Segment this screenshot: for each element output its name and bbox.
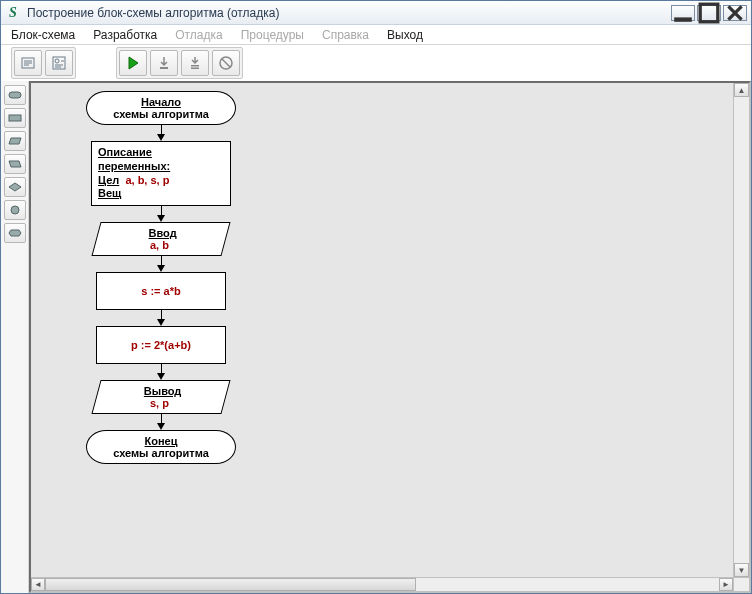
end-line2: схемы алгоритма bbox=[95, 447, 227, 459]
process2-expr: p := 2*(a+b) bbox=[131, 339, 191, 351]
stop-button[interactable] bbox=[212, 50, 240, 76]
canvas-wrap: Начало схемы алгоритма Описание переменн… bbox=[29, 81, 751, 593]
svg-rect-5 bbox=[160, 67, 168, 69]
palette-decision[interactable] bbox=[4, 177, 26, 197]
end-node[interactable]: Конец схемы алгоритма bbox=[86, 430, 236, 464]
vscroll-track[interactable] bbox=[734, 97, 749, 563]
end-line1: Конец bbox=[95, 435, 227, 447]
svg-rect-1 bbox=[700, 4, 718, 22]
palette-connector[interactable] bbox=[4, 200, 26, 220]
svg-point-4 bbox=[55, 59, 59, 63]
step-to-cursor-button[interactable] bbox=[181, 50, 209, 76]
arrow bbox=[160, 206, 162, 222]
declarations-node[interactable]: Описание переменных: Цел a, b, s, p Вещ bbox=[91, 141, 231, 206]
process-node-2[interactable]: p := 2*(a+b) bbox=[96, 326, 226, 364]
output-vars: s, p bbox=[103, 397, 215, 409]
scrollbar-corner bbox=[733, 577, 749, 591]
vertical-scrollbar[interactable]: ▲ ▼ bbox=[733, 83, 749, 577]
view-scheme-button[interactable] bbox=[45, 50, 73, 76]
palette-loop[interactable] bbox=[4, 223, 26, 243]
svg-rect-7 bbox=[191, 68, 199, 70]
scroll-down-button[interactable]: ▼ bbox=[734, 563, 749, 577]
hscroll-track[interactable] bbox=[45, 578, 719, 591]
window-title: Построение блок-схемы алгоритма (отладка… bbox=[27, 6, 665, 20]
scroll-right-button[interactable]: ► bbox=[719, 578, 733, 591]
toolbar-group-edit bbox=[11, 47, 76, 79]
palette-terminator[interactable] bbox=[4, 85, 26, 105]
svg-point-11 bbox=[11, 206, 19, 214]
output-title: Вывод bbox=[107, 385, 219, 397]
arrow bbox=[160, 125, 162, 141]
shape-palette bbox=[1, 81, 29, 593]
close-button[interactable] bbox=[723, 5, 747, 21]
input-node[interactable]: Ввод a, b bbox=[91, 222, 230, 256]
window-buttons bbox=[671, 5, 747, 21]
scroll-up-button[interactable]: ▲ bbox=[734, 83, 749, 97]
svg-rect-9 bbox=[9, 92, 21, 98]
flowchart-canvas[interactable]: Начало схемы алгоритма Описание переменн… bbox=[31, 83, 733, 577]
arrow bbox=[160, 256, 162, 272]
minimize-button[interactable] bbox=[671, 5, 695, 21]
horizontal-scrollbar[interactable]: ◄ ► bbox=[31, 577, 733, 591]
decl-int-label: Цел bbox=[98, 174, 119, 186]
svg-rect-0 bbox=[674, 17, 692, 21]
scroll-left-button[interactable]: ◄ bbox=[31, 578, 45, 591]
process1-expr: s := a*b bbox=[141, 285, 180, 297]
palette-process[interactable] bbox=[4, 108, 26, 128]
hscroll-thumb[interactable] bbox=[45, 578, 416, 591]
run-button[interactable] bbox=[119, 50, 147, 76]
app-icon: S bbox=[5, 5, 21, 21]
decl-real-label: Вещ bbox=[98, 187, 121, 199]
arrow bbox=[160, 364, 162, 380]
menu-debug: Отладка bbox=[175, 28, 222, 42]
svg-rect-10 bbox=[9, 115, 21, 121]
menu-development[interactable]: Разработка bbox=[93, 28, 157, 42]
step-into-button[interactable] bbox=[150, 50, 178, 76]
decl-header: Описание переменных: bbox=[98, 146, 224, 174]
content-area: Начало схемы алгоритма Описание переменн… bbox=[1, 81, 751, 593]
start-line1: Начало bbox=[95, 96, 227, 108]
menu-exit[interactable]: Выход bbox=[387, 28, 423, 42]
svg-rect-6 bbox=[191, 65, 199, 67]
palette-io[interactable] bbox=[4, 131, 26, 151]
toolbar bbox=[1, 45, 751, 81]
arrow bbox=[160, 414, 162, 430]
menu-help: Справка bbox=[322, 28, 369, 42]
maximize-button[interactable] bbox=[697, 5, 721, 21]
decl-int-vars: a, b, s, p bbox=[125, 174, 169, 186]
titlebar: S Построение блок-схемы алгоритма (отлад… bbox=[1, 1, 751, 25]
toolbar-group-run bbox=[116, 47, 243, 79]
start-line2: схемы алгоритма bbox=[95, 108, 227, 120]
start-node[interactable]: Начало схемы алгоритма bbox=[86, 91, 236, 125]
palette-io-alt[interactable] bbox=[4, 154, 26, 174]
flowchart: Начало схемы алгоритма Описание переменн… bbox=[31, 83, 261, 464]
edit-scheme-button[interactable] bbox=[14, 50, 42, 76]
menu-procedures: Процедуры bbox=[241, 28, 304, 42]
input-vars: a, b bbox=[103, 239, 215, 251]
process-node-1[interactable]: s := a*b bbox=[96, 272, 226, 310]
input-title: Ввод bbox=[107, 227, 219, 239]
output-node[interactable]: Вывод s, p bbox=[91, 380, 230, 414]
menu-block-scheme[interactable]: Блок-схема bbox=[11, 28, 75, 42]
arrow bbox=[160, 310, 162, 326]
menubar: Блок-схема Разработка Отладка Процедуры … bbox=[1, 25, 751, 45]
